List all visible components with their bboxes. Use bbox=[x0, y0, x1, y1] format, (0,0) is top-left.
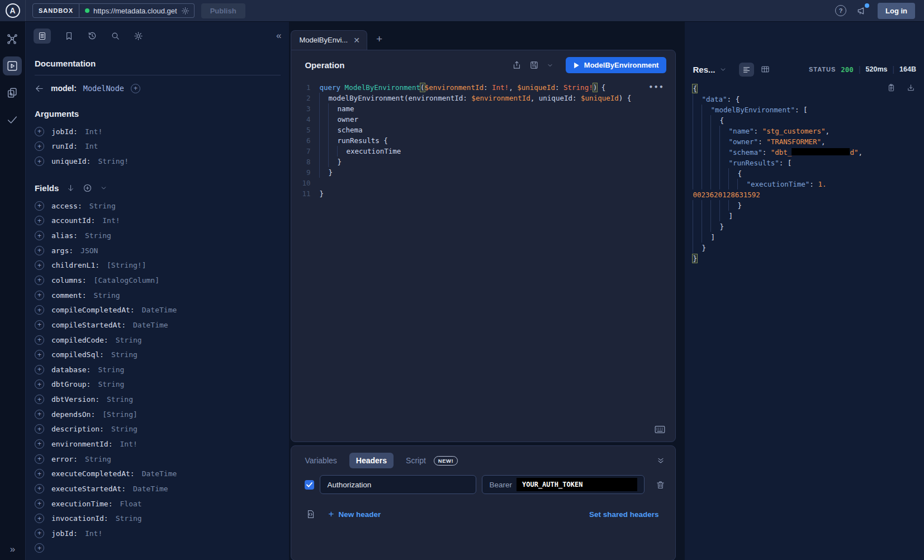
field-type[interactable]: Int! bbox=[85, 127, 102, 136]
search-icon[interactable] bbox=[111, 31, 120, 41]
response-view-raw-toggle[interactable] bbox=[739, 63, 754, 77]
add-to-query-icon[interactable]: + bbox=[35, 410, 44, 419]
field-type[interactable]: String! bbox=[98, 157, 129, 165]
field-name[interactable]: compileStartedAt: bbox=[51, 321, 126, 329]
endpoint-settings-gear-icon[interactable] bbox=[181, 7, 189, 15]
field-name[interactable]: database: bbox=[51, 366, 91, 374]
save-dropdown-chevron-icon[interactable] bbox=[547, 62, 553, 69]
field-name[interactable]: description: bbox=[51, 425, 104, 433]
field-name[interactable]: comment: bbox=[51, 291, 87, 300]
field-type[interactable]: Int! bbox=[102, 216, 120, 225]
add-to-query-icon[interactable]: + bbox=[35, 424, 44, 434]
field-name[interactable]: alias: bbox=[51, 231, 78, 240]
field-name[interactable]: invocationId: bbox=[51, 514, 108, 523]
sidebar-item-explorer[interactable] bbox=[3, 56, 22, 75]
sidebar-item-checks[interactable] bbox=[3, 110, 22, 129]
add-to-query-icon[interactable]: + bbox=[35, 201, 44, 211]
header-key-input[interactable]: Authorization bbox=[320, 475, 476, 494]
add-to-query-icon[interactable]: + bbox=[35, 543, 44, 553]
field-name[interactable]: compileCompletedAt: bbox=[51, 306, 135, 314]
add-all-fields-icon[interactable] bbox=[83, 183, 92, 193]
add-to-query-icon[interactable]: + bbox=[35, 514, 44, 523]
field-name[interactable]: args: bbox=[51, 246, 73, 255]
field-name[interactable]: executionTime: bbox=[51, 500, 113, 508]
field-type[interactable]: String bbox=[89, 202, 116, 210]
collapse-panel-icon[interactable]: « bbox=[276, 30, 281, 41]
field-type[interactable]: DateTime bbox=[142, 469, 177, 478]
edit-headers-document-icon[interactable] bbox=[306, 509, 316, 519]
field-type[interactable]: DateTime bbox=[133, 321, 168, 329]
operation-tab[interactable]: ModelByEnvi... ✕ bbox=[291, 30, 367, 50]
new-header-button[interactable]: + New header bbox=[328, 509, 381, 520]
add-to-query-icon[interactable]: + bbox=[35, 216, 44, 225]
tab-documentation[interactable] bbox=[34, 29, 51, 44]
add-to-query-icon[interactable]: + bbox=[35, 260, 44, 270]
announcements-button[interactable] bbox=[856, 5, 868, 16]
set-shared-headers-link[interactable]: Set shared headers bbox=[589, 510, 659, 519]
save-icon[interactable] bbox=[529, 60, 539, 70]
new-tab-icon[interactable]: + bbox=[376, 33, 382, 50]
sidebar-item-clients[interactable] bbox=[3, 83, 22, 102]
add-to-query-icon[interactable]: + bbox=[35, 350, 44, 359]
field-type[interactable]: String bbox=[111, 350, 138, 359]
field-name[interactable]: access: bbox=[51, 202, 82, 210]
field-name[interactable]: dbtVersion: bbox=[51, 395, 99, 404]
field-type[interactable]: Float bbox=[120, 500, 142, 508]
field-type[interactable]: String bbox=[111, 425, 138, 433]
add-to-query-icon[interactable]: + bbox=[35, 439, 44, 449]
field-type[interactable]: String bbox=[98, 380, 124, 388]
add-to-query-icon[interactable]: + bbox=[35, 365, 44, 374]
field-type[interactable]: String bbox=[107, 395, 133, 404]
add-to-query-icon[interactable]: + bbox=[35, 305, 44, 315]
field-type[interactable]: String bbox=[116, 336, 142, 344]
field-type[interactable]: Int! bbox=[120, 440, 138, 448]
add-to-query-icon[interactable]: + bbox=[35, 379, 44, 389]
add-to-query-icon[interactable]: + bbox=[35, 395, 44, 404]
field-name[interactable]: runId: bbox=[51, 142, 78, 150]
field-type[interactable]: String bbox=[85, 455, 111, 463]
copy-response-icon[interactable] bbox=[887, 83, 895, 92]
delete-header-trash-icon[interactable] bbox=[656, 480, 665, 490]
field-name[interactable]: compiledSql: bbox=[51, 350, 104, 359]
share-icon[interactable] bbox=[512, 60, 522, 70]
field-type[interactable]: [String!] bbox=[107, 261, 146, 269]
help-icon[interactable]: ? bbox=[835, 5, 846, 16]
publish-button[interactable]: Publish bbox=[201, 3, 245, 18]
add-to-query-icon[interactable]: + bbox=[35, 454, 44, 464]
field-type[interactable]: JSON bbox=[80, 246, 98, 255]
field-name[interactable]: accountId: bbox=[51, 216, 95, 225]
tab-headers[interactable]: Headers bbox=[349, 453, 394, 468]
header-value-input[interactable]: Bearer YOUR_AUTH_TOKEN bbox=[482, 475, 645, 494]
response-dropdown-chevron-icon[interactable] bbox=[719, 66, 727, 73]
add-to-query-icon[interactable]: + bbox=[35, 469, 44, 478]
tab-variables[interactable]: Variables bbox=[305, 456, 337, 465]
field-name[interactable]: columns: bbox=[51, 276, 87, 284]
field-type[interactable]: [CatalogColumn] bbox=[94, 276, 159, 284]
field-name[interactable]: compiledCode: bbox=[51, 336, 108, 344]
add-to-query-icon[interactable]: + bbox=[35, 156, 44, 166]
expand-rail-icon[interactable]: » bbox=[0, 544, 25, 555]
field-type[interactable]: Int bbox=[85, 142, 98, 150]
header-enabled-checkbox[interactable] bbox=[305, 480, 314, 490]
add-to-query-icon[interactable]: + bbox=[35, 484, 44, 493]
field-type[interactable]: [String] bbox=[102, 410, 138, 419]
add-to-query-icon[interactable]: + bbox=[35, 335, 44, 345]
close-tab-icon[interactable]: ✕ bbox=[353, 36, 360, 44]
run-operation-button[interactable]: ModelByEnvironment bbox=[566, 57, 667, 73]
field-name[interactable]: childrenL1: bbox=[51, 261, 99, 269]
collapse-bottom-panel-icon[interactable] bbox=[656, 456, 665, 465]
tab-script[interactable]: Script bbox=[406, 456, 426, 465]
add-to-query-icon[interactable]: + bbox=[131, 84, 140, 93]
sidebar-item-schema[interactable] bbox=[3, 30, 22, 49]
add-to-query-icon[interactable]: + bbox=[35, 141, 44, 151]
field-name[interactable]: error: bbox=[51, 455, 78, 463]
chevron-down-icon[interactable] bbox=[100, 184, 107, 192]
query-editor[interactable]: ••• 1query ModelByEnvironment($environme… bbox=[291, 79, 675, 442]
field-name[interactable]: jobId: bbox=[51, 127, 78, 136]
field-type[interactable]: DateTime bbox=[133, 485, 168, 493]
add-to-query-icon[interactable]: + bbox=[35, 127, 44, 136]
field-name[interactable]: dbtGroup: bbox=[51, 380, 91, 388]
field-name[interactable]: uniqueId: bbox=[51, 157, 91, 165]
keyboard-shortcuts-icon[interactable] bbox=[655, 425, 665, 434]
add-to-query-icon[interactable]: + bbox=[35, 320, 44, 330]
